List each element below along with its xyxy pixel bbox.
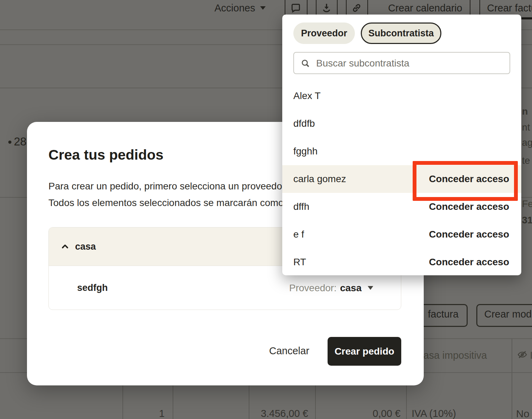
chevron-down-icon <box>368 286 373 290</box>
subcontractor-row[interactable]: dfdfb <box>282 110 521 137</box>
modify-button-label: Crear modi <box>484 309 532 320</box>
subcontractor-name: Alex T <box>293 82 321 110</box>
provider-label: Proveedor: <box>289 283 337 294</box>
actions-menu-label: Acciones <box>214 2 255 14</box>
grant-access-link[interactable]: Conceder acceso <box>429 248 509 275</box>
qty-cell: 1 <box>138 408 165 419</box>
create-calendar-label: Crear calendario <box>388 2 462 14</box>
dialog-title: Crea tus pedidos <box>48 147 164 163</box>
subcontractor-name: carla gomez <box>293 165 346 193</box>
subcontractor-name: fgghh <box>293 137 318 165</box>
create-order-button[interactable]: Crear pedido <box>328 337 401 366</box>
subcontractor-name: dffh <box>293 193 309 221</box>
tax-rate-cell: IVA (10%) <box>412 408 456 419</box>
provider-value: casa <box>340 283 361 294</box>
paid-cell: 0,00 € <box>356 408 401 419</box>
bg-fragment: nt <box>522 122 530 133</box>
create-invoice-button[interactable]: Crear factu <box>487 0 532 16</box>
subcontractor-row[interactable]: e f Conceder acceso <box>282 221 521 248</box>
create-invoice-label: Crear factu <box>487 2 532 14</box>
chevron-down-icon <box>260 6 266 10</box>
bg-underline <box>521 17 532 19</box>
chevron-up-icon <box>61 242 70 251</box>
tab-subcontractor[interactable]: Subcontratista <box>361 23 441 44</box>
dialog-description-line2: Todos los elementos seleccionados se mar… <box>48 197 284 208</box>
flag-cell: No <box>516 408 529 419</box>
dialog-description-line1: Para crear un pedido, primero selecciona… <box>48 181 285 192</box>
search-box <box>293 52 510 74</box>
bullet-icon <box>8 141 11 144</box>
subcontractor-name: e f <box>293 221 304 248</box>
create-calendar-button[interactable]: Crear calendario <box>388 0 462 16</box>
item-name: sedfgh <box>77 266 108 310</box>
bg-fragment: 31 <box>522 215 532 226</box>
bg-column-divider <box>512 338 512 419</box>
invoice-button-label: factura <box>428 309 459 320</box>
group-name: casa <box>75 241 96 252</box>
bg-fragment: n <box>522 106 528 117</box>
subcontractor-name: dfdfb <box>293 110 315 137</box>
highlight-box <box>413 161 518 201</box>
search-icon <box>300 58 311 69</box>
bg-fragment: ag <box>522 137 532 148</box>
link-icon[interactable] <box>351 2 363 14</box>
comment-icon[interactable] <box>290 2 302 14</box>
eye-off-icon <box>517 349 528 361</box>
actions-menu-button[interactable]: Acciones <box>214 0 266 16</box>
subcontractor-panel: Proveedor Subcontratista Alex T dfdfb fg… <box>282 15 521 275</box>
subcontractor-row[interactable]: Alex T <box>282 82 521 110</box>
subcontractor-row[interactable]: RT Conceder acceso <box>282 248 521 275</box>
search-input[interactable] <box>315 53 504 73</box>
tab-provider[interactable]: Proveedor <box>293 23 355 44</box>
subcontractor-name: RT <box>293 248 306 275</box>
cancel-button[interactable]: Cancelar <box>269 345 309 357</box>
bg-fragment: Fe <box>522 198 532 210</box>
row-count: 28 <box>14 135 27 148</box>
bg-fragment: te <box>522 155 530 166</box>
bg-header-fragment: I <box>530 350 532 361</box>
tax-column-header: asa impositiva <box>423 350 487 361</box>
total-cell: 3.456,00 € <box>249 408 308 419</box>
app-root: Acciones Crear calendario Crear factu <box>0 0 532 419</box>
grant-access-link[interactable]: Conceder acceso <box>429 221 509 248</box>
download-icon[interactable] <box>321 2 332 14</box>
